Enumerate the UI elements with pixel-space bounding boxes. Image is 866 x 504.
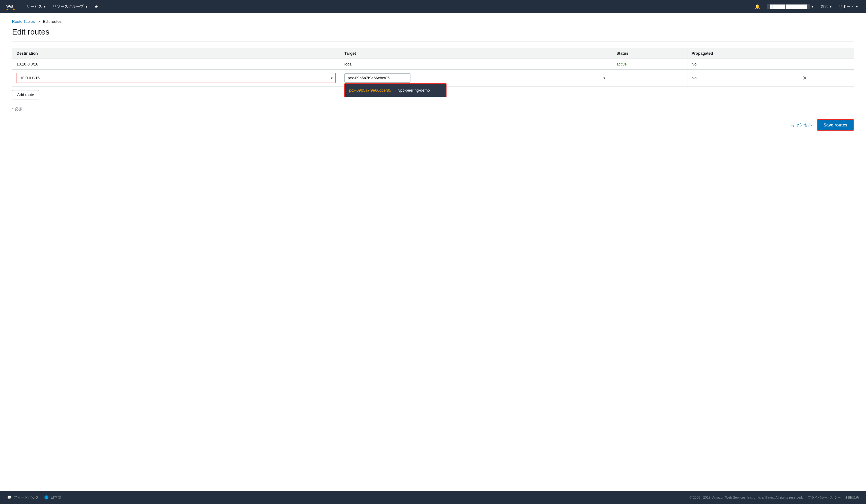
action-row: キャンセル Save routes bbox=[12, 119, 854, 131]
resource-groups-chevron-icon: ▾ bbox=[86, 5, 87, 8]
breadcrumb-parent-link[interactable]: Route Tables bbox=[12, 19, 35, 24]
add-route-button[interactable]: Add route bbox=[12, 90, 39, 100]
user-account-menu[interactable]: ██████ ████████ ▾ bbox=[764, 0, 817, 13]
remove-icon: ✕ bbox=[802, 75, 807, 81]
target-select[interactable]: pcx-09b5a7f9e66cbef85 bbox=[344, 73, 410, 83]
edit-remove-cell: ✕ bbox=[797, 70, 854, 87]
services-chevron-icon: ▾ bbox=[44, 5, 45, 8]
footer-left: 💬 フィードバック 🌐 日本語 bbox=[7, 495, 61, 500]
services-menu[interactable]: サービス ▾ bbox=[23, 0, 49, 13]
cancel-link[interactable]: キャンセル bbox=[791, 122, 812, 128]
edit-destination-cell: 10.0.0.0/16 ▾ bbox=[12, 70, 340, 87]
feedback-icon: 💬 bbox=[7, 495, 12, 500]
region-chevron-icon: ▾ bbox=[830, 5, 831, 8]
breadcrumb-current: Edit routes bbox=[43, 19, 62, 24]
page-title: Edit routes bbox=[12, 27, 854, 42]
destination-input-wrapper: 10.0.0.0/16 ▾ bbox=[16, 73, 335, 83]
account-chevron-icon: ▾ bbox=[812, 5, 813, 8]
suggestion-pcx-id: pcx-09b5a7f9e66cbef85 bbox=[349, 88, 391, 92]
edit-status-cell bbox=[612, 70, 687, 87]
col-status: Status bbox=[612, 48, 687, 59]
target-cell-wrapper: pcx-09b5a7f9e66cbef85 ▾ pcx-09b5a7f9e66c… bbox=[344, 73, 608, 83]
table-row: 10.10.0.0/16 local active No bbox=[12, 59, 854, 70]
breadcrumb-separator: > bbox=[37, 19, 40, 24]
edit-propagated-cell: No bbox=[687, 70, 797, 87]
globe-icon: 🌐 bbox=[44, 495, 49, 500]
col-actions bbox=[797, 48, 854, 59]
support-chevron-icon: ▾ bbox=[856, 5, 858, 8]
support-menu[interactable]: サポート ▾ bbox=[835, 0, 861, 13]
routes-table: Destination Target Status Propagated 10.… bbox=[12, 48, 854, 87]
row1-destination: 10.10.0.0/16 bbox=[12, 59, 340, 70]
aws-logo[interactable] bbox=[5, 3, 17, 10]
row1-actions bbox=[797, 59, 854, 70]
col-target: Target bbox=[340, 48, 612, 59]
save-routes-button[interactable]: Save routes bbox=[817, 119, 854, 131]
suggestion-vpc-name: vpc-peering-demo bbox=[398, 88, 430, 92]
row1-target: local bbox=[340, 59, 612, 70]
copyright-text: © 2008 - 2019, Amazon Web Services, Inc.… bbox=[689, 496, 803, 499]
feedback-button[interactable]: 💬 フィードバック bbox=[7, 495, 39, 500]
destination-select[interactable]: 10.0.0.0/16 bbox=[16, 73, 335, 83]
breadcrumb: Route Tables > Edit routes bbox=[12, 19, 854, 24]
required-note: * 必須 bbox=[12, 107, 854, 112]
col-destination: Destination bbox=[12, 48, 340, 59]
top-navigation: サービス ▾ リソースグループ ▾ ★ 🔔 ██████ ████████ ▾ … bbox=[0, 0, 866, 13]
row1-propagated: No bbox=[687, 59, 797, 70]
target-chevron-icon: ▾ bbox=[603, 76, 605, 80]
notifications-icon[interactable]: 🔔 bbox=[751, 0, 764, 13]
bookmarks-icon[interactable]: ★ bbox=[91, 0, 102, 13]
row1-status: active bbox=[612, 59, 687, 70]
edit-target-cell: pcx-09b5a7f9e66cbef85 ▾ pcx-09b5a7f9e66c… bbox=[340, 70, 612, 87]
target-select-wrapper: pcx-09b5a7f9e66cbef85 ▾ bbox=[344, 73, 608, 83]
col-propagated: Propagated bbox=[687, 48, 797, 59]
region-menu[interactable]: 東京 ▾ bbox=[817, 0, 835, 13]
target-dropdown-suggestion[interactable]: pcx-09b5a7f9e66cbef85 vpc-peering-demo bbox=[344, 83, 446, 97]
footer: 💬 フィードバック 🌐 日本語 © 2008 - 2019, Amazon We… bbox=[0, 491, 866, 504]
main-content: Route Tables > Edit routes Edit routes D… bbox=[0, 13, 866, 491]
privacy-link[interactable]: プライバシーポリシー bbox=[808, 495, 841, 500]
resource-groups-menu[interactable]: リソースグループ ▾ bbox=[49, 0, 91, 13]
terms-link[interactable]: 利用規約 bbox=[845, 495, 859, 500]
remove-route-button[interactable]: ✕ bbox=[801, 75, 808, 81]
suggestion-item[interactable]: pcx-09b5a7f9e66cbef85 vpc-peering-demo bbox=[345, 85, 446, 95]
footer-right: © 2008 - 2019, Amazon Web Services, Inc.… bbox=[689, 495, 859, 500]
language-selector[interactable]: 🌐 日本語 bbox=[44, 495, 61, 500]
edit-row: 10.0.0.0/16 ▾ pcx-09b5a7f9e66cbef85 ▾ bbox=[12, 70, 854, 87]
